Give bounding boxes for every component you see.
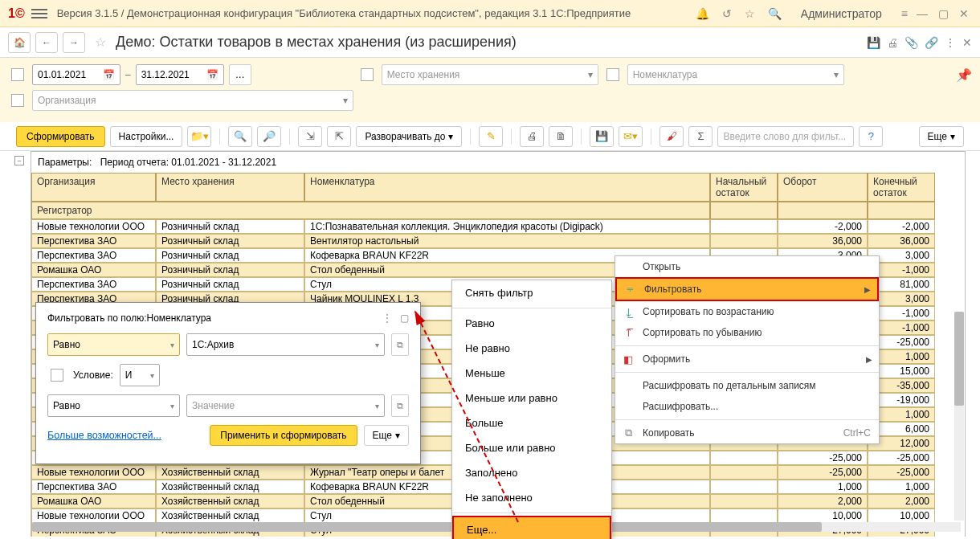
ctx-format[interactable]: ◧ Оформить ▶ <box>615 349 879 370</box>
col-end[interactable]: Конечный остаток <box>868 173 935 202</box>
history-icon[interactable]: ↺ <box>722 7 732 20</box>
cell-org[interactable]: Перспектива ЗАО <box>31 234 156 248</box>
popup-op1-select[interactable]: Равно▾ <box>47 333 180 356</box>
find-icon[interactable]: 🔍 <box>228 126 252 147</box>
collapse-all-icon[interactable]: ⇱ <box>327 126 351 147</box>
maximize-icon[interactable]: ▢ <box>935 7 951 20</box>
cell-end[interactable]: -25,000 <box>868 465 935 480</box>
col-org[interactable]: Организация <box>31 173 156 202</box>
ctx-copy[interactable]: ⧉ Копировать Ctrl+C <box>615 423 879 443</box>
cell-org[interactable]: Новые технологии ООО <box>31 219 156 234</box>
link-icon[interactable]: 🔗 <box>925 36 938 49</box>
print-icon[interactable]: 🖨 <box>520 126 544 147</box>
cell-org[interactable]: Новые технологии ООО <box>31 508 156 523</box>
sub-filled[interactable]: Заполнено <box>452 460 611 485</box>
cell-end[interactable]: 36,000 <box>868 234 935 248</box>
close-tab-icon[interactable]: ✕ <box>962 36 972 49</box>
date-from-field[interactable]: 01.01.2021 📅 <box>32 64 120 85</box>
cell-storage[interactable]: Розничный склад <box>156 263 304 277</box>
org-filter[interactable]: Организация ▾ <box>32 90 353 111</box>
sub-greater-eq[interactable]: Больше или равно <box>452 435 611 460</box>
calendar-icon[interactable]: 📅 <box>206 69 218 80</box>
print-icon[interactable]: 🖨 <box>887 36 898 49</box>
col-storage[interactable]: Место хранения <box>156 173 304 202</box>
print-preview-icon[interactable]: 🗎 <box>549 126 573 147</box>
settings-button[interactable]: Настройки... <box>110 126 183 147</box>
cell-org[interactable]: Перспектива ЗАО <box>31 480 156 494</box>
ctx-drill-detail[interactable]: Расшифровать по детальным записям <box>615 375 879 396</box>
org-checkbox[interactable] <box>11 94 24 107</box>
sub-not-equals[interactable]: Не равно <box>452 336 611 361</box>
cell-end[interactable]: -25,000 <box>868 451 935 465</box>
period-select-button[interactable]: … <box>229 64 251 85</box>
sub-less[interactable]: Меньше <box>452 361 611 386</box>
cell-turn[interactable]: -2,000 <box>778 219 868 234</box>
toolbar-search[interactable]: Введите слово для фильт... <box>717 126 854 147</box>
popup-apply-button[interactable]: Применить и сформировать <box>210 425 357 446</box>
nomen-checkbox[interactable] <box>606 68 619 81</box>
popup-more-button[interactable]: Еще ▾ <box>364 425 409 446</box>
cell-storage[interactable]: Хозяйственный склад <box>156 465 304 480</box>
cell-turn[interactable]: 36,000 <box>778 234 868 248</box>
col-start[interactable]: Начальный остаток <box>710 173 778 202</box>
expand-all-icon[interactable]: ⇲ <box>298 126 322 147</box>
cell-storage[interactable]: Розничный склад <box>156 248 304 263</box>
col-registrar[interactable]: Регистратор <box>31 202 710 219</box>
sum-icon[interactable]: Σ <box>688 126 713 147</box>
cell-turn[interactable]: 2,000 <box>778 494 868 508</box>
collapse-handle[interactable]: − <box>14 156 24 165</box>
cell-end[interactable]: 2,000 <box>868 494 935 508</box>
sub-empty[interactable]: Не заполнено <box>452 485 611 510</box>
ctx-sort-asc[interactable]: ↓̲ Сортировать по возрастанию <box>615 301 879 322</box>
cell-turn[interactable]: -25,000 <box>778 465 868 480</box>
cell-turn[interactable]: 1,000 <box>778 480 868 494</box>
storage-checkbox[interactable] <box>361 68 374 81</box>
clip-icon[interactable]: 📎 <box>904 36 918 49</box>
save-report-icon[interactable]: 💾 <box>590 126 614 147</box>
period-checkbox[interactable] <box>11 68 24 81</box>
popup-cond-select[interactable]: И▾ <box>120 364 160 386</box>
user-menu-icon[interactable]: ≡ <box>901 7 908 20</box>
cell-turn[interactable]: -25,000 <box>778 451 868 465</box>
date-to-field[interactable]: 31.12.2021 📅 <box>136 64 224 85</box>
cell-end[interactable]: 10,000 <box>868 508 935 523</box>
dropdown-icon[interactable]: ▾ <box>834 69 839 80</box>
dropdown-icon[interactable]: ▾ <box>343 95 348 106</box>
cell-start[interactable] <box>710 451 778 465</box>
popup-cond-checkbox[interactable] <box>51 369 63 382</box>
storage-filter[interactable]: Место хранения ▾ <box>382 64 598 85</box>
sub-equals[interactable]: Равно <box>452 311 611 336</box>
cell-org[interactable]: Перспектива ЗАО <box>31 248 156 263</box>
sub-greater[interactable]: Больше <box>452 410 611 435</box>
send-icon[interactable]: ✉▾ <box>619 126 643 147</box>
home-button[interactable]: 🏠 <box>8 32 31 53</box>
save-icon[interactable]: 💾 <box>867 36 880 49</box>
toolbar-more-button[interactable]: Еще ▾ <box>919 126 964 147</box>
popup-more-link[interactable]: Больше возможностей... <box>47 430 161 441</box>
popup-val2-select[interactable]: Значение▾ <box>186 394 385 417</box>
cell-storage[interactable]: Розничный склад <box>156 219 304 234</box>
cell-storage[interactable]: Розничный склад <box>156 234 304 248</box>
cell-org[interactable]: Ромашка ОАО <box>31 494 156 508</box>
cell-org[interactable]: Новые технологии ООО <box>31 465 156 480</box>
col-nomen[interactable]: Номенклатура <box>304 173 710 202</box>
help-icon[interactable]: ? <box>859 126 883 147</box>
bell-icon[interactable]: 🔔 <box>696 7 709 20</box>
cell-storage[interactable]: Хозяйственный склад <box>156 494 304 508</box>
forward-button[interactable]: → <box>63 32 85 53</box>
sub-clear-filter[interactable]: Снять фильтр <box>452 280 611 305</box>
favorite-icon[interactable]: ☆ <box>95 35 106 50</box>
variants-icon[interactable]: 📁▾ <box>187 126 211 147</box>
form-button[interactable]: Сформировать <box>16 126 105 147</box>
more-vert-icon[interactable]: ⋮ <box>382 312 392 324</box>
nomen-filter[interactable]: Номенклатура ▾ <box>627 64 844 85</box>
pushpin-icon[interactable]: 📌 <box>956 67 972 83</box>
cell-org[interactable]: Перспектива ЗАО <box>31 277 156 292</box>
more-vert-icon[interactable]: ⋮ <box>945 36 956 49</box>
expand-to-button[interactable]: Разворачивать до ▾ <box>356 126 462 147</box>
calendar-icon[interactable]: 📅 <box>103 69 115 80</box>
popup-val1-select[interactable]: 1С:Архив▾ <box>186 333 385 356</box>
cell-end[interactable]: 1,000 <box>868 480 935 494</box>
ctx-drill[interactable]: Расшифровать... <box>615 396 879 417</box>
cell-turn[interactable]: 10,000 <box>778 508 868 523</box>
